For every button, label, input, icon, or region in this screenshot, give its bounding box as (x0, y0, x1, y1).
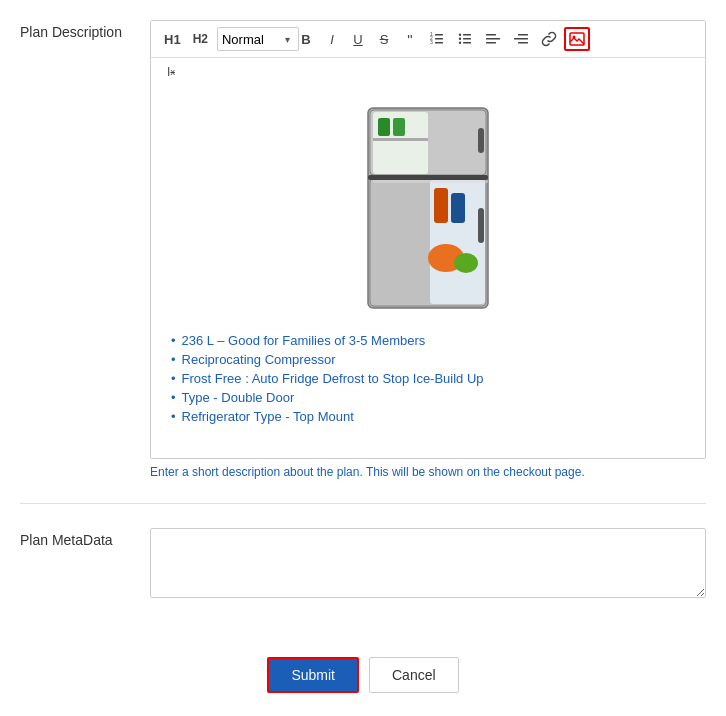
fridge-image (161, 98, 695, 321)
underline-button[interactable]: U (346, 27, 370, 51)
italic-button[interactable]: I (320, 27, 344, 51)
clear-format-button[interactable]: Ix (159, 60, 183, 84)
svg-rect-26 (393, 118, 405, 136)
plan-description-field: H1 H2 Normal Heading 1 Heading 2 Heading… (150, 20, 706, 479)
hint-text: Enter a short description about the plan… (150, 465, 706, 479)
image-button[interactable] (564, 27, 590, 51)
strikethrough-button[interactable]: S (372, 27, 396, 51)
svg-rect-29 (451, 193, 465, 223)
list-item: Frost Free : Auto Fridge Defrost to Stop… (171, 371, 695, 386)
hint-link[interactable]: plan (337, 465, 360, 479)
align-left-button[interactable] (480, 27, 506, 51)
format-select[interactable]: Normal Heading 1 Heading 2 Heading 3 (217, 27, 299, 51)
ordered-list-button[interactable]: 123 (424, 27, 450, 51)
plan-metadata-label: Plan MetaData (20, 528, 150, 548)
svg-rect-24 (373, 138, 428, 141)
form-actions: Submit Cancel (20, 649, 706, 693)
plan-metadata-row: Plan MetaData (20, 528, 706, 625)
blockquote-button[interactable]: " (398, 27, 422, 51)
toolbar-row2: Ix (151, 58, 705, 88)
submit-button[interactable]: Submit (267, 657, 359, 693)
format-select-wrap: Normal Heading 1 Heading 2 Heading 3 ▾ (217, 27, 290, 51)
align-right-button[interactable] (508, 27, 534, 51)
link-button[interactable] (536, 27, 562, 51)
svg-rect-7 (463, 38, 471, 40)
editor-toolbar: H1 H2 Normal Heading 1 Heading 2 Heading… (151, 21, 705, 58)
list-item: Type - Double Door (171, 390, 695, 405)
svg-rect-32 (478, 128, 484, 153)
svg-rect-14 (486, 42, 496, 44)
unordered-list-button[interactable] (452, 27, 478, 51)
svg-rect-17 (518, 42, 528, 44)
plan-description-row: Plan Description H1 H2 Normal Heading 1 … (20, 20, 706, 504)
cancel-button[interactable]: Cancel (369, 657, 459, 693)
list-item: Reciprocating Compressor (171, 352, 695, 367)
svg-point-9 (459, 34, 461, 36)
svg-point-10 (459, 38, 461, 40)
svg-text:3: 3 (430, 39, 433, 45)
svg-rect-13 (486, 38, 500, 40)
feature-list: 236 L – Good for Families of 3-5 Members… (161, 333, 695, 424)
svg-point-31 (454, 253, 478, 273)
svg-rect-2 (435, 42, 443, 44)
svg-rect-8 (463, 42, 471, 44)
rich-text-editor: H1 H2 Normal Heading 1 Heading 2 Heading… (150, 20, 706, 459)
list-item: 236 L – Good for Families of 3-5 Members (171, 333, 695, 348)
svg-point-11 (459, 42, 461, 44)
svg-rect-16 (514, 38, 528, 40)
h1-button[interactable]: H1 (159, 27, 186, 51)
svg-rect-15 (518, 34, 528, 36)
svg-rect-34 (368, 175, 488, 180)
editor-content-area[interactable]: 236 L – Good for Families of 3-5 Members… (151, 88, 705, 458)
bold-button[interactable]: B (294, 27, 318, 51)
svg-rect-28 (434, 188, 448, 223)
svg-rect-25 (378, 118, 390, 136)
plan-description-label: Plan Description (20, 20, 150, 40)
svg-rect-0 (435, 34, 443, 36)
svg-rect-1 (435, 38, 443, 40)
svg-rect-12 (486, 34, 496, 36)
plan-metadata-field (150, 528, 706, 601)
h2-button[interactable]: H2 (188, 27, 213, 51)
svg-rect-6 (463, 34, 471, 36)
svg-rect-33 (478, 208, 484, 243)
svg-rect-35 (373, 180, 488, 183)
list-item: Refrigerator Type - Top Mount (171, 409, 695, 424)
metadata-textarea[interactable] (150, 528, 706, 598)
